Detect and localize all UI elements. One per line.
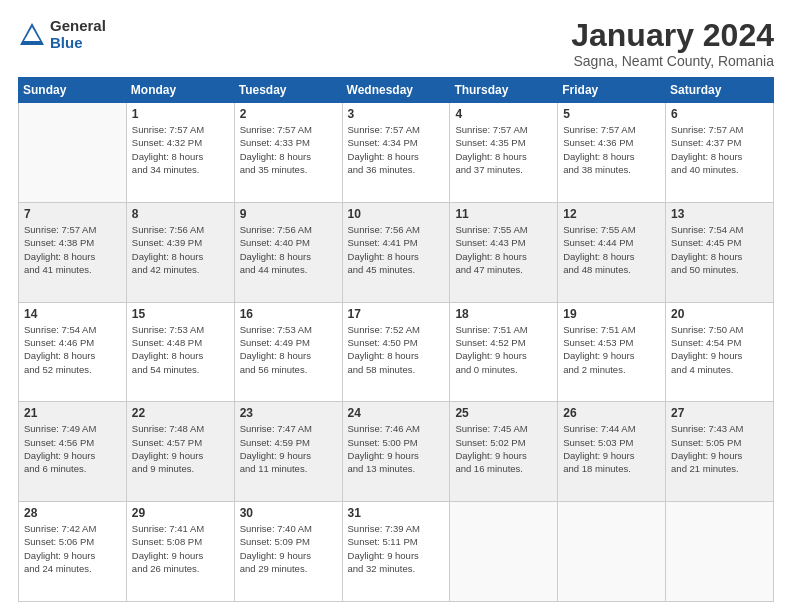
table-row: [558, 502, 666, 602]
header: General Blue January 2024 Sagna, Neamt C…: [18, 18, 774, 69]
day-number: 12: [563, 207, 660, 221]
calendar-week-row: 28Sunrise: 7:42 AM Sunset: 5:06 PM Dayli…: [19, 502, 774, 602]
day-info: Sunrise: 7:55 AM Sunset: 4:44 PM Dayligh…: [563, 223, 660, 276]
calendar-week-row: 21Sunrise: 7:49 AM Sunset: 4:56 PM Dayli…: [19, 402, 774, 502]
day-number: 23: [240, 406, 337, 420]
day-number: 31: [348, 506, 445, 520]
table-row: [19, 103, 127, 203]
day-info: Sunrise: 7:44 AM Sunset: 5:03 PM Dayligh…: [563, 422, 660, 475]
table-row: 20Sunrise: 7:50 AM Sunset: 4:54 PM Dayli…: [666, 302, 774, 402]
day-number: 22: [132, 406, 229, 420]
day-info: Sunrise: 7:40 AM Sunset: 5:09 PM Dayligh…: [240, 522, 337, 575]
day-info: Sunrise: 7:51 AM Sunset: 4:53 PM Dayligh…: [563, 323, 660, 376]
day-info: Sunrise: 7:54 AM Sunset: 4:45 PM Dayligh…: [671, 223, 768, 276]
table-row: 18Sunrise: 7:51 AM Sunset: 4:52 PM Dayli…: [450, 302, 558, 402]
day-number: 4: [455, 107, 552, 121]
table-row: 17Sunrise: 7:52 AM Sunset: 4:50 PM Dayli…: [342, 302, 450, 402]
day-number: 28: [24, 506, 121, 520]
day-info: Sunrise: 7:57 AM Sunset: 4:32 PM Dayligh…: [132, 123, 229, 176]
day-number: 3: [348, 107, 445, 121]
day-number: 21: [24, 406, 121, 420]
day-info: Sunrise: 7:56 AM Sunset: 4:40 PM Dayligh…: [240, 223, 337, 276]
day-number: 5: [563, 107, 660, 121]
day-info: Sunrise: 7:57 AM Sunset: 4:35 PM Dayligh…: [455, 123, 552, 176]
table-row: 31Sunrise: 7:39 AM Sunset: 5:11 PM Dayli…: [342, 502, 450, 602]
day-number: 24: [348, 406, 445, 420]
calendar-header-row: Sunday Monday Tuesday Wednesday Thursday…: [19, 78, 774, 103]
table-row: 19Sunrise: 7:51 AM Sunset: 4:53 PM Dayli…: [558, 302, 666, 402]
day-info: Sunrise: 7:53 AM Sunset: 4:48 PM Dayligh…: [132, 323, 229, 376]
calendar-week-row: 14Sunrise: 7:54 AM Sunset: 4:46 PM Dayli…: [19, 302, 774, 402]
header-wednesday: Wednesday: [342, 78, 450, 103]
table-row: 13Sunrise: 7:54 AM Sunset: 4:45 PM Dayli…: [666, 202, 774, 302]
table-row: 26Sunrise: 7:44 AM Sunset: 5:03 PM Dayli…: [558, 402, 666, 502]
day-number: 17: [348, 307, 445, 321]
day-info: Sunrise: 7:57 AM Sunset: 4:36 PM Dayligh…: [563, 123, 660, 176]
table-row: 2Sunrise: 7:57 AM Sunset: 4:33 PM Daylig…: [234, 103, 342, 203]
day-info: Sunrise: 7:56 AM Sunset: 4:39 PM Dayligh…: [132, 223, 229, 276]
header-sunday: Sunday: [19, 78, 127, 103]
day-number: 2: [240, 107, 337, 121]
table-row: [450, 502, 558, 602]
day-info: Sunrise: 7:54 AM Sunset: 4:46 PM Dayligh…: [24, 323, 121, 376]
day-info: Sunrise: 7:57 AM Sunset: 4:33 PM Dayligh…: [240, 123, 337, 176]
table-row: 10Sunrise: 7:56 AM Sunset: 4:41 PM Dayli…: [342, 202, 450, 302]
day-number: 16: [240, 307, 337, 321]
table-row: [666, 502, 774, 602]
table-row: 25Sunrise: 7:45 AM Sunset: 5:02 PM Dayli…: [450, 402, 558, 502]
day-number: 7: [24, 207, 121, 221]
day-number: 29: [132, 506, 229, 520]
header-saturday: Saturday: [666, 78, 774, 103]
header-thursday: Thursday: [450, 78, 558, 103]
day-info: Sunrise: 7:43 AM Sunset: 5:05 PM Dayligh…: [671, 422, 768, 475]
calendar-table: Sunday Monday Tuesday Wednesday Thursday…: [18, 77, 774, 602]
table-row: 8Sunrise: 7:56 AM Sunset: 4:39 PM Daylig…: [126, 202, 234, 302]
day-info: Sunrise: 7:57 AM Sunset: 4:38 PM Dayligh…: [24, 223, 121, 276]
table-row: 1Sunrise: 7:57 AM Sunset: 4:32 PM Daylig…: [126, 103, 234, 203]
day-info: Sunrise: 7:56 AM Sunset: 4:41 PM Dayligh…: [348, 223, 445, 276]
day-number: 26: [563, 406, 660, 420]
day-info: Sunrise: 7:49 AM Sunset: 4:56 PM Dayligh…: [24, 422, 121, 475]
table-row: 14Sunrise: 7:54 AM Sunset: 4:46 PM Dayli…: [19, 302, 127, 402]
day-info: Sunrise: 7:47 AM Sunset: 4:59 PM Dayligh…: [240, 422, 337, 475]
day-info: Sunrise: 7:53 AM Sunset: 4:49 PM Dayligh…: [240, 323, 337, 376]
table-row: 6Sunrise: 7:57 AM Sunset: 4:37 PM Daylig…: [666, 103, 774, 203]
day-info: Sunrise: 7:45 AM Sunset: 5:02 PM Dayligh…: [455, 422, 552, 475]
day-info: Sunrise: 7:51 AM Sunset: 4:52 PM Dayligh…: [455, 323, 552, 376]
logo: General Blue: [18, 18, 106, 51]
day-number: 25: [455, 406, 552, 420]
day-number: 11: [455, 207, 552, 221]
table-row: 7Sunrise: 7:57 AM Sunset: 4:38 PM Daylig…: [19, 202, 127, 302]
table-row: 22Sunrise: 7:48 AM Sunset: 4:57 PM Dayli…: [126, 402, 234, 502]
calendar-week-row: 1Sunrise: 7:57 AM Sunset: 4:32 PM Daylig…: [19, 103, 774, 203]
table-row: 4Sunrise: 7:57 AM Sunset: 4:35 PM Daylig…: [450, 103, 558, 203]
table-row: 9Sunrise: 7:56 AM Sunset: 4:40 PM Daylig…: [234, 202, 342, 302]
table-row: 3Sunrise: 7:57 AM Sunset: 4:34 PM Daylig…: [342, 103, 450, 203]
day-info: Sunrise: 7:41 AM Sunset: 5:08 PM Dayligh…: [132, 522, 229, 575]
table-row: 12Sunrise: 7:55 AM Sunset: 4:44 PM Dayli…: [558, 202, 666, 302]
table-row: 29Sunrise: 7:41 AM Sunset: 5:08 PM Dayli…: [126, 502, 234, 602]
table-row: 28Sunrise: 7:42 AM Sunset: 5:06 PM Dayli…: [19, 502, 127, 602]
header-tuesday: Tuesday: [234, 78, 342, 103]
location-subtitle: Sagna, Neamt County, Romania: [571, 53, 774, 69]
day-info: Sunrise: 7:46 AM Sunset: 5:00 PM Dayligh…: [348, 422, 445, 475]
table-row: 27Sunrise: 7:43 AM Sunset: 5:05 PM Dayli…: [666, 402, 774, 502]
table-row: 30Sunrise: 7:40 AM Sunset: 5:09 PM Dayli…: [234, 502, 342, 602]
day-number: 6: [671, 107, 768, 121]
day-number: 9: [240, 207, 337, 221]
logo-text: General Blue: [50, 18, 106, 51]
day-number: 10: [348, 207, 445, 221]
table-row: 11Sunrise: 7:55 AM Sunset: 4:43 PM Dayli…: [450, 202, 558, 302]
table-row: 15Sunrise: 7:53 AM Sunset: 4:48 PM Dayli…: [126, 302, 234, 402]
day-number: 1: [132, 107, 229, 121]
day-number: 20: [671, 307, 768, 321]
page: General Blue January 2024 Sagna, Neamt C…: [0, 0, 792, 612]
day-info: Sunrise: 7:55 AM Sunset: 4:43 PM Dayligh…: [455, 223, 552, 276]
day-info: Sunrise: 7:42 AM Sunset: 5:06 PM Dayligh…: [24, 522, 121, 575]
day-number: 15: [132, 307, 229, 321]
table-row: 5Sunrise: 7:57 AM Sunset: 4:36 PM Daylig…: [558, 103, 666, 203]
logo-icon: [18, 21, 46, 49]
day-number: 8: [132, 207, 229, 221]
day-info: Sunrise: 7:57 AM Sunset: 4:34 PM Dayligh…: [348, 123, 445, 176]
logo-blue-text: Blue: [50, 35, 106, 52]
